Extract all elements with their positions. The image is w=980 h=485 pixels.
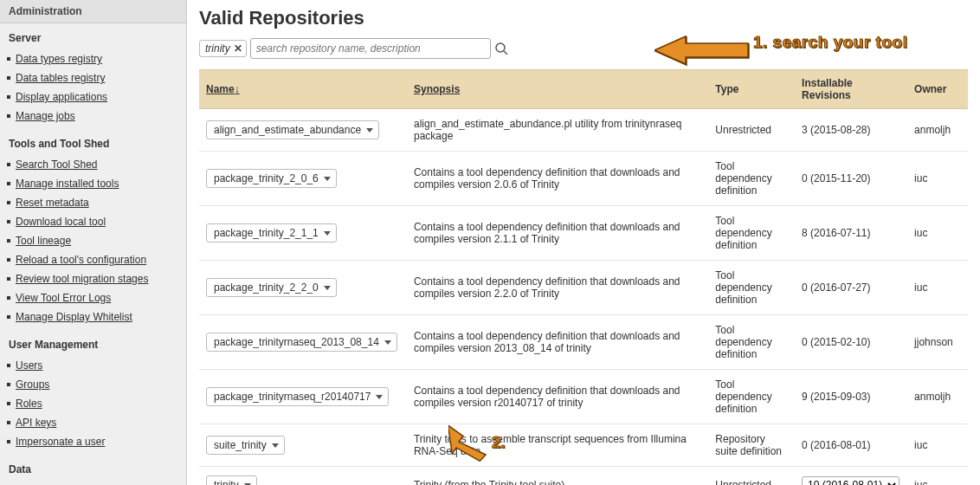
sidebar-item-data-tables-registry[interactable]: Data tables registry (16, 72, 105, 84)
repo-revisions: 8 (2016-07-11) (795, 206, 907, 261)
caret-down-icon (376, 393, 383, 400)
repo-name-label: package_trinity_2_0_6 (214, 172, 319, 184)
admin-sidebar: Administration Server Data types registr… (0, 0, 187, 485)
repo-synopsis: Contains a tool dependency definition th… (407, 370, 708, 424)
col-header-revisions: Installable Revisions (795, 70, 907, 109)
repo-name-dropdown[interactable]: suite_trinity (206, 436, 285, 455)
repo-owner: iuc (907, 206, 968, 261)
repo-owner: anmoljh (907, 109, 968, 152)
svg-marker-8 (376, 395, 383, 399)
repo-owner: iuc (907, 261, 968, 315)
svg-marker-2 (654, 36, 748, 64)
repo-revisions: 3 (2015-08-28) (795, 109, 907, 152)
col-header-type: Type (708, 70, 795, 109)
annotation-text-1: 1. search your tool (753, 33, 907, 52)
search-tag-label: trinity (205, 42, 230, 55)
repo-name-label: suite_trinity (214, 439, 267, 451)
sidebar-item-manage-jobs[interactable]: Manage jobs (16, 110, 75, 122)
sidebar-item-manage-display-whitelist[interactable]: Manage Display Whitelist (16, 311, 132, 323)
repo-name-label: package_trinityrnaseq_r20140717 (214, 391, 371, 403)
sidebar-item-download-local-tool[interactable]: Download local tool (16, 216, 106, 228)
repo-type: Tool dependency definition (708, 261, 795, 315)
sidebar-item-view-error-logs[interactable]: View Tool Error Logs (16, 292, 111, 304)
repo-name-dropdown[interactable]: package_trinity_2_1_1 (206, 223, 337, 242)
repo-type: Tool dependency definition (708, 152, 795, 206)
search-icon[interactable] (494, 42, 508, 55)
repo-name-dropdown[interactable]: package_trinity_2_0_6 (206, 169, 337, 188)
sidebar-item-reload-tool-config[interactable]: Reload a tool's configuration (16, 254, 146, 266)
sidebar-item-search-tool-shed[interactable]: Search Tool Shed (16, 158, 98, 171)
page-title: Valid Repositories (199, 7, 968, 29)
sidebar-item-review-migration[interactable]: Review tool migration stages (16, 273, 148, 285)
sidebar-item-impersonate[interactable]: Impersonate a user (16, 436, 105, 448)
repo-type: Tool dependency definition (708, 370, 795, 424)
sidebar-item-data-types-registry[interactable]: Data types registry (16, 53, 102, 65)
table-row: package_trinityrnaseq_r20140717Contains … (199, 370, 968, 424)
caret-down-icon (366, 126, 373, 133)
repo-name-label: package_trinityrnaseq_2013_08_14 (214, 336, 379, 348)
caret-down-icon (324, 175, 331, 182)
caret-down-icon (244, 482, 251, 485)
sidebar-title: Administration (0, 0, 186, 23)
repo-revisions: 0 (2015-02-10) (795, 315, 907, 370)
revisions-select[interactable]: 10 (2016-08-01) (802, 476, 899, 485)
search-tag[interactable]: trinity ✕ (199, 40, 247, 57)
repo-synopsis: Contains a tool dependency definition th… (407, 206, 708, 261)
repo-owner: anmoljh (907, 370, 968, 424)
svg-marker-11 (448, 420, 487, 462)
repo-type: Repository suite definition (708, 424, 795, 467)
svg-line-1 (504, 51, 507, 55)
repo-revisions: 0 (2016-07-27) (795, 261, 907, 315)
sidebar-item-api-keys[interactable]: API keys (16, 417, 56, 429)
annotation-arrow-2 (448, 419, 492, 462)
sidebar-item-tool-lineage[interactable]: Tool lineage (16, 235, 71, 247)
repo-synopsis: Trinity (from the Trinity tool suite) (407, 467, 708, 486)
svg-marker-6 (324, 286, 331, 290)
repo-owner: jjohnson (907, 315, 968, 370)
sidebar-item-users[interactable]: Users (16, 359, 42, 372)
caret-down-icon (272, 442, 279, 449)
table-row: trinityTrinity (from the Trinity tool su… (199, 467, 968, 486)
repo-name-label: package_trinity_2_1_1 (214, 227, 319, 239)
col-header-name[interactable]: Name↓ (199, 70, 407, 109)
annotation-text-2: 2. (492, 433, 506, 452)
repo-type: Tool dependency definition (708, 315, 795, 370)
search-input[interactable] (250, 38, 491, 59)
repo-synopsis: Contains a tool dependency definition th… (407, 261, 708, 315)
repo-name-dropdown[interactable]: trinity (206, 475, 257, 485)
table-row: package_trinity_2_2_0Contains a tool dep… (199, 261, 968, 315)
caret-down-icon (324, 284, 331, 291)
sidebar-item-display-applications[interactable]: Display applications (16, 91, 107, 103)
repo-revisions: 0 (2016-08-01) (795, 424, 907, 467)
sidebar-item-roles[interactable]: Roles (16, 398, 42, 410)
sidebar-section-data: Data (0, 455, 186, 479)
table-row: package_trinity_2_1_1Contains a tool dep… (199, 206, 968, 261)
table-row: package_trinityrnaseq_2013_08_14Contains… (199, 315, 968, 370)
repo-owner: iuc (907, 424, 968, 467)
svg-marker-9 (272, 443, 279, 448)
svg-point-0 (496, 43, 505, 52)
col-header-synopsis[interactable]: Synopsis (407, 70, 708, 109)
repo-type: Unrestricted (708, 109, 795, 152)
sidebar-item-groups[interactable]: Groups (16, 378, 49, 391)
sidebar-section-users: User Management (0, 330, 186, 354)
repo-synopsis: Contains a tool dependency definition th… (407, 315, 708, 370)
repo-name-dropdown[interactable]: package_trinityrnaseq_r20140717 (206, 387, 389, 406)
sidebar-section-server: Server (0, 23, 186, 48)
repo-name-dropdown[interactable]: package_trinityrnaseq_2013_08_14 (206, 333, 397, 352)
sidebar-item-manage-installed-tools[interactable]: Manage installed tools (16, 178, 119, 190)
search-row: trinity ✕ 1. search your tool (199, 38, 968, 59)
col-header-owner: Owner (907, 70, 968, 109)
svg-marker-7 (384, 340, 391, 345)
svg-marker-4 (324, 177, 331, 181)
sidebar-section-tools: Tools and Tool Shed (0, 129, 186, 153)
close-icon[interactable]: ✕ (234, 42, 242, 55)
repo-name-dropdown[interactable]: align_and_estimate_abundance (206, 120, 379, 139)
annotation-arrow-1 (654, 33, 750, 68)
repo-name-dropdown[interactable]: package_trinity_2_2_0 (206, 278, 337, 297)
svg-marker-3 (366, 128, 373, 133)
repo-name-label: trinity (214, 479, 239, 485)
repo-synopsis: align_and_estimate_abundance.pl utility … (407, 109, 708, 152)
sidebar-item-reset-metadata[interactable]: Reset metadata (16, 197, 89, 209)
repo-revisions: 0 (2015-11-20) (795, 152, 907, 206)
